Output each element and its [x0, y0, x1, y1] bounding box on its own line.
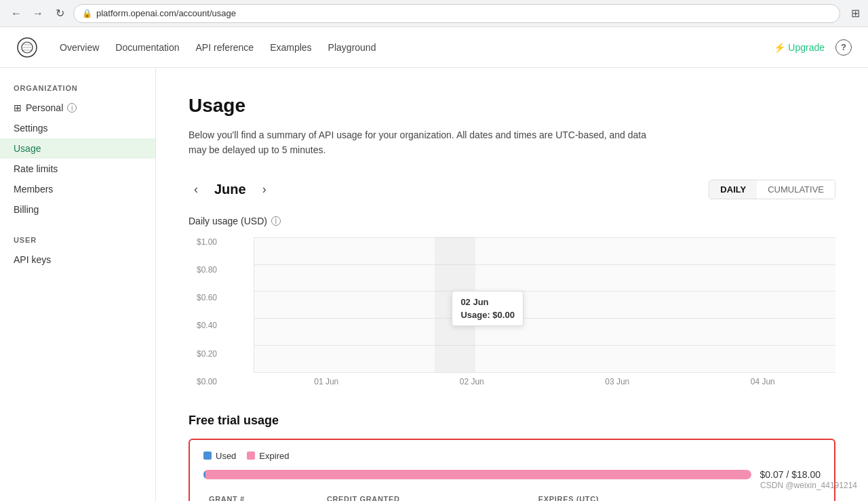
expired-dot [247, 452, 255, 460]
page-description: Below you'll find a summary of API usage… [189, 127, 663, 158]
cumulative-view-button[interactable]: CUMULATIVE [757, 180, 835, 199]
grid-line-5 [254, 372, 835, 373]
browser-actions: ⊞ [851, 7, 860, 20]
chart-label: Daily usage (USD) i [189, 216, 835, 226]
url-text: platform.openai.com/account/usage [96, 8, 236, 18]
help-button[interactable]: ? [835, 39, 852, 56]
browser-bar: ← → ↻ 🔒 platform.openai.com/account/usag… [0, 0, 868, 27]
grants-header-row: GRANT # CREDIT GRANTED EXPIRES (UTC) [203, 491, 821, 501]
view-toggle: DAILY CUMULATIVE [709, 180, 835, 199]
nav-examples[interactable]: Examples [270, 42, 311, 53]
upgrade-label: Upgrade [788, 42, 825, 53]
personal-icon: ⊞ [14, 102, 22, 113]
nav-api-reference[interactable]: API reference [196, 42, 254, 53]
next-month-button[interactable]: › [257, 180, 272, 199]
top-nav: Overview Documentation API reference Exa… [0, 27, 868, 68]
personal-row[interactable]: ⊞ Personal i [0, 98, 155, 118]
usage-bar-fill [203, 470, 205, 479]
col-expires: EXPIRES (UTC) [533, 491, 821, 501]
prev-month-button[interactable]: ‹ [189, 180, 203, 199]
org-group: ORGANIZATION ⊞ Personal i Settings Usage… [0, 84, 155, 220]
openai-logo [16, 37, 38, 58]
sidebar-item-members[interactable]: Members [0, 179, 155, 199]
billing-label: Billing [14, 204, 39, 215]
legend-expired: Expired [247, 451, 289, 461]
grants-table: GRANT # CREDIT GRANTED EXPIRES (UTC) Gra… [203, 491, 821, 501]
sidebar-item-billing[interactable]: Billing [0, 199, 155, 220]
forward-button[interactable]: → [30, 5, 46, 22]
daily-view-button[interactable]: DAILY [709, 180, 757, 199]
used-dot [203, 452, 212, 460]
grid-line-1 [254, 264, 835, 265]
nav-right: ⚡ Upgrade ? [774, 39, 852, 56]
sidebar-item-settings[interactable]: Settings [0, 118, 155, 138]
col-grant: GRANT # [203, 491, 321, 501]
y-label-5: $0.00 [186, 377, 217, 386]
free-trial-section: Free trial usage Used Expired [189, 414, 835, 501]
legend-used: Used [203, 451, 236, 461]
members-label: Members [14, 184, 53, 195]
y-label-1: $0.80 [186, 265, 217, 275]
y-label-2: $0.60 [186, 293, 217, 302]
grid-line-0 [254, 237, 835, 238]
expired-label: Expired [259, 451, 289, 461]
nav-documentation[interactable]: Documentation [115, 42, 179, 53]
upgrade-button[interactable]: ⚡ Upgrade [774, 42, 825, 53]
watermark: CSDN @weixin_44191214 [760, 481, 857, 490]
nav-playground[interactable]: Playground [328, 42, 376, 53]
chart-y-labels: $1.00 $0.80 $0.60 $0.40 $0.20 $0.00 [186, 237, 217, 386]
x-label-3: 04 Jun [751, 377, 775, 386]
user-section-label: USER [0, 236, 155, 244]
rate-limits-label: Rate limits [14, 163, 58, 174]
current-month: June [214, 182, 246, 197]
help-label: ? [841, 42, 846, 52]
address-bar[interactable]: 🔒 platform.openai.com/account/usage [73, 4, 840, 23]
chart-info-icon: i [271, 216, 281, 226]
extensions-icon: ⊞ [851, 7, 860, 20]
legend: Used Expired [203, 451, 821, 461]
chart-x-labels: 01 Jun 02 Jun 03 Jun 04 Jun [254, 377, 835, 386]
info-icon[interactable]: i [67, 103, 77, 113]
tooltip-label: Usage: [460, 310, 490, 320]
grid-line-3 [254, 318, 835, 319]
lock-icon: 🔒 [82, 9, 92, 18]
chart-title: Daily usage (USD) [189, 216, 267, 226]
grid-line-2 [254, 291, 835, 292]
col-credit: CREDIT GRANTED [321, 491, 533, 501]
sidebar-item-rate-limits[interactable]: Rate limits [0, 159, 155, 179]
api-keys-label: API keys [14, 254, 51, 265]
nav-links: Overview Documentation API reference Exa… [60, 42, 376, 53]
y-label-3: $0.40 [186, 321, 217, 330]
back-button[interactable]: ← [8, 5, 24, 22]
sidebar-item-usage[interactable]: Usage [0, 138, 155, 159]
tooltip-date: 02 Jun [460, 297, 515, 307]
grants-table-header: GRANT # CREDIT GRANTED EXPIRES (UTC) [203, 491, 821, 501]
usage-amount: $0.07 / $18.00 [760, 469, 821, 480]
free-trial-title: Free trial usage [189, 414, 835, 428]
settings-label: Settings [14, 123, 48, 134]
user-group: USER API keys [0, 236, 155, 270]
usage-bar-track [203, 470, 751, 479]
x-label-0: 01 Jun [314, 377, 338, 386]
x-label-1: 02 Jun [460, 377, 484, 386]
sidebar-item-api-keys[interactable]: API keys [0, 249, 155, 270]
tooltip-amount: $0.00 [492, 310, 515, 320]
org-section-label: ORGANIZATION [0, 84, 155, 92]
app-layout: ORGANIZATION ⊞ Personal i Settings Usage… [0, 68, 868, 501]
tooltip-value: Usage: $0.00 [460, 310, 515, 320]
main-content: Usage Below you'll find a summary of API… [156, 68, 868, 501]
month-nav: ‹ June › DAILY CUMULATIVE [189, 180, 835, 199]
personal-label: Personal [26, 102, 63, 113]
chart-container: 02 Jun Usage: $0.00 [254, 237, 835, 373]
y-label-4: $0.20 [186, 349, 217, 359]
page-title: Usage [189, 95, 835, 117]
chart-tooltip: 02 Jun Usage: $0.00 [452, 291, 524, 326]
reload-button[interactable]: ↻ [52, 5, 68, 22]
chart-wrapper: $1.00 $0.80 $0.60 $0.40 $0.20 $0.00 [221, 237, 835, 386]
nav-overview[interactable]: Overview [60, 42, 99, 53]
usage-label: Usage [14, 143, 41, 154]
upgrade-lightning-icon: ⚡ [774, 42, 785, 53]
x-label-2: 03 Jun [605, 377, 629, 386]
usage-bar-row: $0.07 / $18.00 [203, 469, 821, 480]
y-label-0: $1.00 [186, 237, 217, 247]
